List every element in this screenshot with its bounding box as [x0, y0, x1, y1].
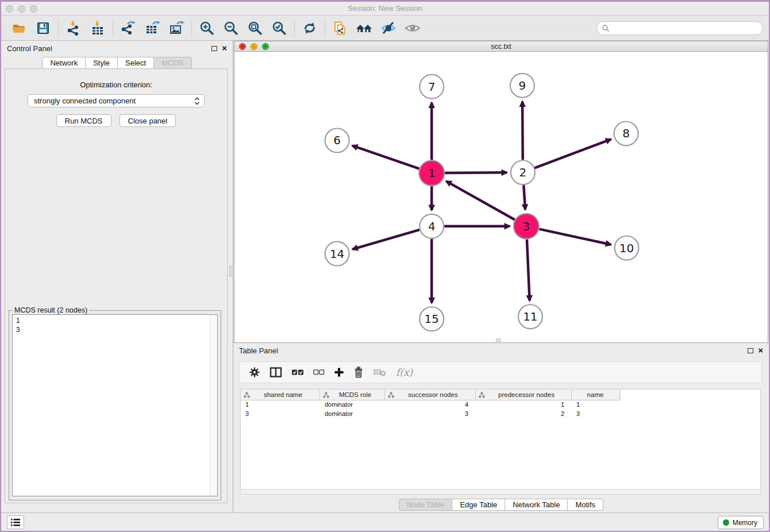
toolbar-separator [325, 20, 325, 37]
zoom-in-button[interactable] [195, 18, 219, 38]
unselect-all-columns-button[interactable] [313, 365, 325, 380]
column-header-predecessor-nodes[interactable]: predecessor nodes [476, 390, 572, 400]
mcds-result-legend: MCDS result (2 nodes) [13, 306, 89, 314]
graph-edge-2-3[interactable] [523, 185, 525, 210]
column-header-name[interactable]: name [572, 390, 620, 400]
control-panel-tabs: Network Style Select MCDS [1, 57, 233, 69]
graph-node-label: 2 [519, 166, 527, 179]
delete-column-button[interactable] [353, 365, 364, 380]
graph-node-label: 4 [428, 220, 436, 233]
table-options-button[interactable] [249, 365, 260, 380]
canvas-splitter-handle[interactable] [496, 338, 501, 342]
zoom-fit-button[interactable] [243, 18, 267, 38]
graph-edge-3-10[interactable] [539, 229, 611, 245]
close-table-panel-icon[interactable]: × [758, 348, 763, 353]
tab-mcds[interactable]: MCDS [154, 57, 191, 69]
table-horizontal-scrollbar[interactable] [240, 489, 761, 495]
run-mcds-button[interactable]: Run MCDS [56, 114, 111, 127]
column-header-shared-name[interactable]: shared name [241, 390, 320, 400]
column-header-successor-nodes[interactable]: successor nodes [385, 390, 476, 400]
open-folder-icon [11, 20, 27, 36]
network-view-title: scc.txt [234, 43, 768, 51]
function-builder-button[interactable]: f(x) [396, 365, 413, 380]
export-table-button[interactable] [140, 18, 164, 38]
apply-layout-button[interactable] [298, 18, 322, 38]
add-column-button[interactable] [334, 365, 344, 380]
list-icon [10, 518, 21, 527]
graph-edge-3-1[interactable] [446, 181, 514, 219]
float-panel-icon[interactable] [211, 46, 217, 51]
control-panel-title: Control Panel [7, 44, 52, 53]
delete-table-button[interactable] [373, 365, 387, 380]
task-history-button[interactable] [7, 515, 24, 529]
zoom-selected-button[interactable] [267, 18, 291, 38]
tab-edge-table[interactable]: Edge Table [452, 499, 505, 511]
tree-icon [388, 392, 394, 398]
memory-indicator-dot-icon [723, 519, 729, 526]
graph-edge-4-14[interactable] [352, 230, 419, 249]
duplicate-network-button[interactable] [328, 18, 352, 38]
save-session-button[interactable] [31, 18, 55, 38]
float-table-panel-icon[interactable] [748, 348, 753, 353]
graph-node-label: 1 [428, 167, 436, 180]
export-network-button[interactable] [116, 18, 140, 38]
table-panel: Table Panel × [233, 343, 769, 512]
open-session-button[interactable] [7, 18, 31, 38]
network-window-titlebar[interactable]: × − + scc.txt [234, 41, 768, 52]
tab-network-table[interactable]: Network Table [505, 499, 568, 511]
toolbar-separator [113, 20, 113, 37]
node-table[interactable]: shared name MCDS role successor nodes pr… [240, 389, 761, 489]
eye-slash-icon [380, 20, 397, 36]
table-row[interactable]: 3 dominator 3 2 3 [241, 410, 760, 419]
close-panel-icon[interactable]: × [222, 45, 227, 51]
mcds-result-lines: 1 3 [13, 315, 217, 336]
graph-node-label: 15 [425, 313, 439, 326]
graph-edge-3-11[interactable] [527, 240, 530, 301]
tab-select[interactable]: Select [118, 57, 154, 69]
zoom-in-icon [199, 20, 215, 36]
mcds-result-box[interactable]: 1 3 [12, 314, 218, 496]
search-input[interactable] [610, 24, 763, 32]
import-table-button[interactable] [86, 18, 110, 38]
import-table-icon [90, 20, 106, 36]
graph-edge-1-2[interactable] [445, 172, 507, 173]
close-panel-button[interactable]: Close panel [120, 114, 176, 127]
export-network-icon [120, 20, 136, 36]
show-column-button[interactable] [270, 365, 282, 380]
zoom-fit-icon [247, 20, 263, 36]
zoom-out-button[interactable] [219, 18, 243, 38]
show-all-button[interactable] [401, 18, 425, 38]
tab-node-table[interactable]: Node Table [399, 499, 453, 511]
divider-handle[interactable] [229, 266, 233, 276]
table-toolbar: f(x) [239, 361, 762, 383]
table-row[interactable]: 1 dominator 4 1 1 [241, 400, 760, 410]
toolbar-separator [294, 20, 295, 37]
tab-style[interactable]: Style [86, 57, 118, 69]
graph-edge-2-8[interactable] [534, 139, 611, 168]
tab-motifs[interactable]: Motifs [568, 499, 603, 511]
graph-edge-1-6[interactable] [352, 145, 419, 168]
delete-table-icon [373, 367, 387, 377]
plus-icon [334, 367, 344, 377]
network-canvas[interactable]: 7968124314101511 [234, 52, 768, 342]
control-panel: Control Panel × Network Style Select MCD… [1, 41, 233, 512]
table-tabs: Node Table Edge Table Network Table Moti… [233, 499, 769, 511]
criterion-dropdown[interactable]: strongly connected component [28, 94, 205, 107]
graph-node-label: 11 [523, 310, 537, 323]
column-header-mcds-role[interactable]: MCDS role [320, 390, 385, 400]
hide-selected-button[interactable] [376, 18, 401, 38]
graph-edge-2-9[interactable] [522, 102, 523, 160]
import-network-button[interactable] [61, 18, 86, 38]
main-area: Control Panel × Network Style Select MCD… [1, 41, 769, 512]
export-image-button[interactable] [164, 18, 188, 38]
table-panel-title: Table Panel [239, 346, 278, 355]
select-all-columns-button[interactable] [291, 365, 304, 380]
search-field[interactable] [596, 21, 763, 35]
fx-icon: f(x) [396, 367, 413, 378]
memory-button[interactable]: Memory [718, 516, 764, 529]
result-scrollbar[interactable] [210, 315, 217, 496]
first-neighbors-button[interactable] [352, 18, 376, 38]
copy-network-document-icon [332, 20, 348, 36]
two-houses-icon [356, 20, 373, 36]
tab-network[interactable]: Network [42, 57, 86, 69]
